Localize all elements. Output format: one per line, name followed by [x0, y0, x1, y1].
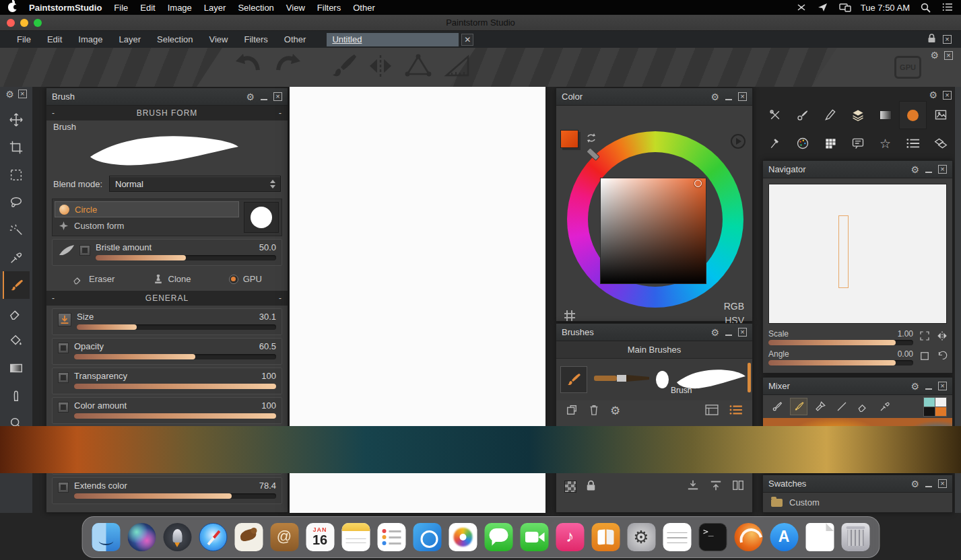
dock-contacts[interactable]: @	[270, 523, 298, 551]
status-displays-icon[interactable]	[839, 3, 850, 12]
dock-textedit[interactable]	[663, 523, 691, 551]
bristle-brush-thumbnail[interactable]	[593, 368, 651, 391]
transparency-checkbox[interactable]	[58, 372, 69, 383]
mixer-dirty-brush-icon[interactable]	[790, 398, 807, 415]
dock-launchpad[interactable]	[163, 523, 191, 551]
lasso-tool[interactable]	[3, 188, 30, 216]
swatch-grid-panel-icon[interactable]	[816, 129, 844, 158]
extends-color-checkbox[interactable]	[58, 482, 69, 493]
navigator-viewport-rect[interactable]	[838, 215, 849, 288]
reset-view-icon[interactable]	[919, 350, 931, 365]
brush-form-circle-item[interactable]: Circle	[55, 201, 239, 217]
toolbar-close-icon[interactable]: ×	[944, 51, 953, 60]
menubar-item-other[interactable]: Other	[353, 3, 375, 13]
dock-messages[interactable]	[484, 523, 512, 551]
dock-siri[interactable]	[127, 523, 156, 551]
appmenu-filters[interactable]: Filters	[236, 33, 275, 46]
appmenu-edit[interactable]: Edit	[40, 33, 69, 46]
color-panel-gear-icon[interactable]: ⚙	[710, 92, 719, 102]
appmenu-view[interactable]: View	[202, 33, 236, 46]
dock-document[interactable]	[805, 523, 834, 551]
brush-tool-button[interactable]	[332, 53, 356, 82]
magic-wand-tool[interactable]	[3, 216, 30, 244]
dock-safari[interactable]	[199, 523, 227, 551]
layer-lock-icon[interactable]	[586, 480, 596, 494]
swatches-gear-icon[interactable]: ⚙	[910, 479, 919, 489]
foreground-color-swatch[interactable]	[560, 130, 578, 148]
marquee-select-tool[interactable]	[3, 161, 30, 188]
flip-horizontal-icon[interactable]	[936, 330, 948, 345]
toolstrip-close-icon[interactable]: ×	[18, 90, 27, 98]
saturation-value-square[interactable]	[600, 178, 706, 284]
dock-system-preferences[interactable]: ⚙	[627, 523, 655, 551]
favorites-panel-icon[interactable]: ☆	[871, 129, 899, 158]
menubar-item-view[interactable]: View	[286, 3, 305, 13]
round-brush-thumbnail[interactable]	[656, 371, 669, 388]
undo-button[interactable]	[232, 53, 262, 82]
split-view-icon[interactable]	[732, 479, 744, 494]
layer-sets-panel-icon[interactable]	[927, 129, 954, 158]
document-tab-close-icon[interactable]: ✕	[461, 34, 473, 46]
bristle-checkbox[interactable]	[79, 245, 90, 256]
dock-calendar[interactable]: JAN16	[306, 523, 334, 551]
status-fan-icon[interactable]	[796, 3, 807, 12]
color-amount-slider[interactable]	[74, 413, 276, 419]
lock-icon[interactable]	[927, 34, 936, 46]
brush-tip-preview[interactable]	[244, 202, 279, 233]
utility-panel-icon[interactable]	[761, 129, 789, 158]
menubar-item-image[interactable]: Image	[168, 3, 192, 13]
dock-gear-icon[interactable]: ⚙	[929, 90, 937, 100]
mixer-eraser-icon[interactable]	[855, 398, 872, 415]
export-brush-icon[interactable]	[566, 404, 578, 419]
brush-panel-minimize-icon[interactable]	[261, 99, 267, 100]
dock-app-store[interactable]: A	[770, 523, 798, 551]
dock-mail[interactable]	[234, 523, 263, 551]
window-minimize-button[interactable]	[20, 19, 28, 27]
scale-slider[interactable]	[768, 340, 913, 345]
rgb-label[interactable]: RGB	[724, 300, 744, 314]
dock-trash[interactable]	[841, 523, 869, 551]
menubar-item-layer[interactable]: Layer	[204, 3, 226, 13]
color-panel-icon[interactable]	[899, 101, 927, 129]
brush-settings-panel-icon[interactable]	[789, 101, 816, 129]
window-zoom-button[interactable]	[34, 19, 42, 27]
menubar-item-filters[interactable]: Filters	[317, 3, 341, 13]
delete-brush-icon[interactable]	[589, 404, 599, 419]
symmetry-tool-button[interactable]	[368, 53, 393, 82]
general-section-header[interactable]: - GENERAL -	[46, 291, 288, 306]
dock-paintstorm[interactable]	[734, 523, 762, 551]
mixer-liner-brush-icon[interactable]	[833, 398, 851, 415]
dock-notes[interactable]	[341, 523, 370, 551]
dock-reminders[interactable]	[377, 523, 405, 551]
gradient-tool[interactable]	[3, 354, 30, 382]
color-panel-close-icon[interactable]: ×	[738, 92, 747, 101]
blend-mode-dropdown[interactable]: Normal	[109, 176, 281, 192]
dock-music[interactable]: ♪	[556, 523, 584, 551]
gpu-mode-toggle[interactable]: GPU	[229, 274, 262, 284]
document-tab[interactable]: Untitled	[327, 33, 459, 46]
appmenu-layer[interactable]: Layer	[112, 33, 149, 46]
selected-brush-cell[interactable]	[560, 366, 587, 393]
merge-down-icon[interactable]	[686, 479, 700, 494]
gpu-indicator[interactable]: GPU	[894, 56, 921, 79]
toolstrip-gear-icon[interactable]: ⚙	[5, 90, 14, 99]
mixer-flat-brush-icon[interactable]	[811, 398, 829, 415]
angle-slider[interactable]	[768, 360, 913, 365]
navigator-close-icon[interactable]: ×	[938, 165, 947, 174]
window-close-button[interactable]	[7, 19, 15, 27]
extends-color-slider[interactable]	[74, 493, 276, 499]
notes-panel-icon[interactable]	[844, 129, 871, 158]
color-cursor[interactable]	[694, 180, 702, 187]
play-script-button[interactable]	[731, 134, 745, 149]
opacity-checkbox[interactable]	[58, 343, 69, 353]
transparency-slider[interactable]	[74, 384, 276, 389]
menubar-item-selection[interactable]: Selection	[238, 3, 273, 13]
dock-terminal[interactable]: >_	[698, 523, 727, 551]
brush-group-selector[interactable]: Main Brushes	[556, 341, 752, 359]
opacity-slider[interactable]	[74, 354, 276, 359]
fit-screen-icon[interactable]	[919, 330, 931, 345]
list-panel-icon[interactable]	[899, 129, 927, 158]
redo-button[interactable]	[274, 53, 304, 82]
mixer-eyedropper-icon[interactable]	[876, 398, 894, 415]
mixer-minimize-icon[interactable]	[925, 388, 932, 390]
